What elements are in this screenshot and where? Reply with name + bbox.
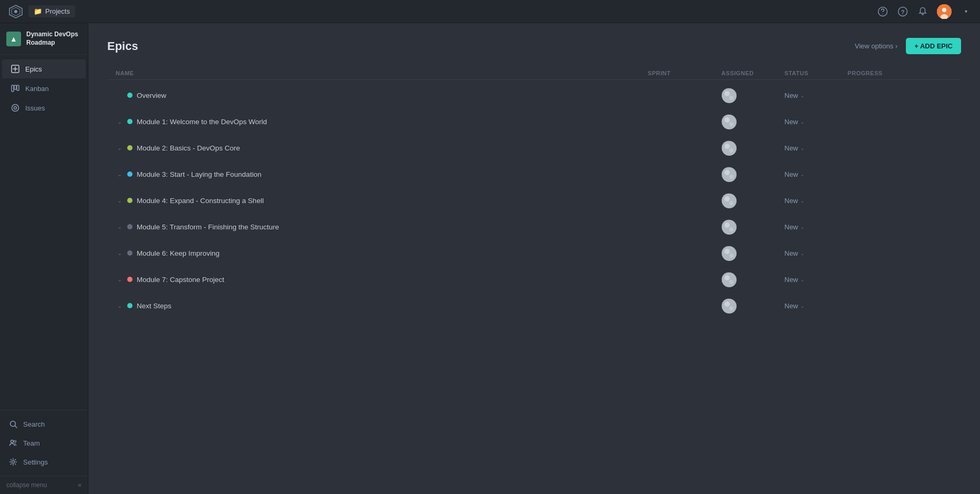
svg-point-41	[729, 254, 733, 258]
row-dot	[127, 303, 132, 308]
svg-point-15	[14, 107, 17, 109]
svg-point-46	[724, 301, 730, 307]
help-circle-icon[interactable]	[877, 6, 889, 17]
row-dot	[127, 119, 132, 124]
sidebar-item-settings[interactable]: Settings	[0, 452, 88, 471]
assigned-avatar	[721, 219, 736, 234]
epic-row-module5[interactable]: ⌄Module 5: Transform - Finishing the Str…	[107, 214, 961, 240]
settings-icon	[8, 457, 18, 467]
epic-row-overview[interactable]: Overview New⌄	[107, 82, 961, 108]
row-chevron-icon[interactable]: ⌄	[116, 276, 123, 283]
epic-row-module2[interactable]: ⌄Module 2: Basics - DevOps Core New⌄	[107, 135, 961, 161]
add-epic-button[interactable]: + ADD EPIC	[906, 38, 961, 54]
svg-point-24	[722, 115, 737, 129]
status-cell[interactable]: New⌄	[784, 223, 848, 231]
col-header-progress: PROGRESS	[848, 70, 953, 76]
sidebar-item-kanban[interactable]: Kanban	[2, 79, 86, 98]
assigned-avatar	[721, 298, 736, 313]
svg-line-17	[15, 426, 17, 428]
epic-row-next-steps[interactable]: ⌄Next Steps New⌄	[107, 293, 961, 319]
project-name: Dynamic DevOps Roadmap	[26, 31, 81, 47]
sidebar-item-team[interactable]: Team	[0, 433, 88, 452]
notification-bell-icon[interactable]	[917, 6, 928, 17]
svg-point-30	[722, 167, 737, 182]
row-chevron-icon[interactable]: ⌄	[116, 303, 123, 309]
status-cell[interactable]: New⌄	[784, 249, 848, 257]
assigned-cell	[721, 114, 784, 129]
projects-label: Projects	[45, 7, 70, 15]
team-icon	[8, 438, 18, 448]
row-dot	[127, 250, 132, 256]
epic-name: Module 4: Expand - Constructing a Shell	[137, 197, 264, 205]
svg-text:?: ?	[901, 8, 905, 15]
collapse-menu[interactable]: collapse menu «	[0, 476, 88, 494]
status-chevron-icon: ⌄	[800, 198, 804, 204]
epic-name: Overview	[137, 92, 166, 99]
epic-name: Module 6: Keep Improving	[137, 249, 220, 257]
row-dot	[127, 277, 132, 282]
row-dot	[127, 172, 132, 177]
row-chevron-icon[interactable]: ⌄	[116, 171, 123, 178]
row-dot	[127, 93, 132, 98]
svg-rect-11	[12, 85, 14, 92]
svg-point-21	[722, 88, 737, 103]
table-header: NAME SPRINT ASSIGNED STATUS PROGRESS	[107, 67, 961, 80]
content-header: Epics View options › + ADD EPIC	[107, 38, 961, 54]
row-chevron-icon[interactable]: ⌄	[116, 197, 123, 204]
epic-row-module3[interactable]: ⌄Module 3: Start - Laying the Foundation…	[107, 161, 961, 187]
svg-point-19	[14, 440, 16, 442]
assigned-cell	[721, 298, 784, 313]
status-chevron-icon: ⌄	[800, 172, 804, 177]
status-chevron-icon: ⌄	[800, 277, 804, 283]
status-text: New	[784, 302, 798, 310]
row-chevron-icon[interactable]: ⌄	[116, 250, 123, 257]
status-cell[interactable]: New⌄	[784, 170, 848, 178]
status-cell[interactable]: New⌄	[784, 118, 848, 126]
page-title: Epics	[107, 39, 138, 53]
collapse-menu-label: collapse menu	[6, 481, 47, 489]
settings-label: Settings	[23, 458, 48, 466]
epic-name: Module 7: Capstone Project	[137, 276, 224, 284]
status-cell[interactable]: New⌄	[784, 276, 848, 284]
projects-breadcrumb[interactable]: 📁 Projects	[28, 5, 75, 17]
svg-point-42	[722, 273, 737, 287]
sidebar-project[interactable]: ▲ Dynamic DevOps Roadmap	[0, 23, 88, 55]
epics-icon	[11, 64, 20, 74]
sidebar-bottom: Search Team	[0, 410, 88, 476]
svg-point-34	[724, 196, 730, 201]
row-chevron-icon[interactable]: ⌄	[116, 118, 123, 125]
status-cell[interactable]: New⌄	[784, 92, 848, 99]
assigned-cell	[721, 167, 784, 182]
svg-point-22	[724, 91, 730, 96]
status-text: New	[784, 92, 798, 99]
status-cell[interactable]: New⌄	[784, 302, 848, 310]
row-chevron-icon[interactable]: ⌄	[116, 224, 123, 230]
sidebar-nav: Epics Kanban	[0, 55, 88, 410]
kanban-icon	[11, 84, 20, 93]
status-text: New	[784, 118, 798, 126]
sidebar-item-epics[interactable]: Epics	[2, 59, 86, 78]
question-icon[interactable]: ?	[897, 6, 908, 17]
epic-name: Next Steps	[137, 302, 171, 310]
svg-point-33	[722, 194, 737, 208]
app-logo[interactable]	[8, 4, 23, 19]
epic-name: Module 2: Basics - DevOps Core	[137, 144, 240, 152]
status-cell[interactable]: New⌄	[784, 197, 848, 205]
col-header-status: STATUS	[784, 70, 848, 76]
sidebar-item-search[interactable]: Search	[0, 415, 88, 433]
svg-point-32	[729, 175, 733, 179]
sidebar-item-issues[interactable]: Issues	[2, 98, 86, 117]
user-avatar[interactable]	[937, 4, 952, 19]
svg-point-40	[724, 249, 730, 254]
view-options-button[interactable]: View options ›	[855, 42, 897, 50]
svg-point-25	[724, 117, 730, 123]
row-chevron-icon[interactable]: ⌄	[116, 145, 123, 152]
epic-name: Module 3: Start - Laying the Foundation	[137, 170, 261, 178]
epic-row-module7[interactable]: ⌄Module 7: Capstone Project New⌄	[107, 266, 961, 293]
user-menu-chevron[interactable]: ▾	[960, 6, 972, 17]
svg-point-28	[724, 144, 730, 149]
epic-row-module4[interactable]: ⌄Module 4: Expand - Constructing a Shell…	[107, 187, 961, 214]
epic-row-module1[interactable]: ⌄Module 1: Welcome to the DevOps World N…	[107, 108, 961, 135]
status-cell[interactable]: New⌄	[784, 144, 848, 152]
epic-row-module6[interactable]: ⌄Module 6: Keep Improving New⌄	[107, 240, 961, 266]
